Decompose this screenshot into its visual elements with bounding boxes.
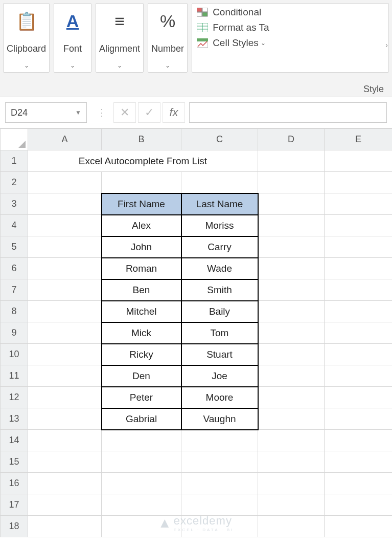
row-header[interactable]: 7	[1, 279, 28, 301]
table-row[interactable]: Carry	[181, 236, 258, 258]
table-row[interactable]: Moore	[181, 387, 258, 408]
row-header[interactable]: 4	[1, 215, 28, 236]
cell[interactable]	[258, 408, 325, 430]
table-row[interactable]: Smith	[181, 279, 258, 301]
col-header-A[interactable]: A	[28, 129, 102, 150]
cell[interactable]	[28, 215, 102, 236]
col-header-D[interactable]: D	[258, 129, 325, 150]
cell[interactable]	[28, 258, 102, 279]
cell[interactable]	[258, 150, 325, 172]
cell[interactable]	[325, 215, 393, 236]
table-row[interactable]: Ben	[102, 279, 181, 301]
cell[interactable]	[28, 516, 102, 537]
col-header-C[interactable]: C	[181, 129, 258, 150]
cell[interactable]	[258, 387, 325, 408]
cell[interactable]	[325, 279, 393, 301]
format-as-table-button[interactable]: Format as Ta	[196, 22, 384, 33]
table-row[interactable]: Peter	[102, 387, 181, 408]
row-header[interactable]: 2	[1, 172, 28, 193]
cell[interactable]	[258, 365, 325, 387]
row-header[interactable]: 5	[1, 236, 28, 258]
cell[interactable]	[325, 236, 393, 258]
cell[interactable]	[325, 344, 393, 365]
row-header[interactable]: 17	[1, 494, 28, 516]
table-row[interactable]: Den	[102, 365, 181, 387]
table-row[interactable]: Mitchel	[102, 301, 181, 322]
table-row[interactable]: Moriss	[181, 215, 258, 236]
cell[interactable]	[181, 451, 258, 473]
cell[interactable]	[102, 430, 181, 451]
table-row[interactable]: Wade	[181, 258, 258, 279]
table-header-last[interactable]: Last Name	[181, 193, 258, 215]
row-header[interactable]: 13	[1, 408, 28, 430]
cell[interactable]	[258, 215, 325, 236]
cell[interactable]	[325, 193, 393, 215]
cell[interactable]	[28, 430, 102, 451]
cell[interactable]	[102, 451, 181, 473]
cell[interactable]	[28, 387, 102, 408]
cell[interactable]	[28, 172, 102, 193]
table-row[interactable]: Ricky	[102, 344, 181, 365]
cell[interactable]	[28, 408, 102, 430]
cancel-button[interactable]: ✕	[113, 102, 136, 123]
ribbon-scroll-right-icon[interactable]: ›	[385, 41, 388, 49]
cell[interactable]	[102, 172, 181, 193]
table-header-first[interactable]: First Name	[102, 193, 181, 215]
table-row[interactable]: Vaughn	[181, 408, 258, 430]
cell[interactable]	[28, 301, 102, 322]
cell[interactable]	[258, 279, 325, 301]
table-row[interactable]: Tom	[181, 322, 258, 344]
ribbon-group-number[interactable]: % Number ⌄	[148, 3, 188, 73]
cell[interactable]	[181, 473, 258, 494]
cell[interactable]	[258, 236, 325, 258]
cell[interactable]	[28, 236, 102, 258]
cell[interactable]	[325, 322, 393, 344]
grid[interactable]: A B C D E 1 Excel Autocomplete From List…	[0, 128, 392, 537]
cell[interactable]	[325, 516, 393, 537]
row-header[interactable]: 9	[1, 322, 28, 344]
table-row[interactable]: Baily	[181, 301, 258, 322]
table-row[interactable]: Mick	[102, 322, 181, 344]
table-row[interactable]: Joe	[181, 365, 258, 387]
cell[interactable]	[258, 516, 325, 537]
table-row[interactable]: Gabrial	[102, 408, 181, 430]
cell[interactable]	[28, 473, 102, 494]
conditional-formatting-button[interactable]: Conditional	[196, 7, 384, 18]
col-header-B[interactable]: B	[102, 129, 181, 150]
cell[interactable]	[181, 516, 258, 537]
row-header[interactable]: 3	[1, 193, 28, 215]
cell[interactable]	[258, 258, 325, 279]
fx-button[interactable]: fx	[163, 102, 185, 123]
ribbon-group-alignment[interactable]: ≡ Alignment ⌄	[96, 3, 144, 73]
accept-button[interactable]: ✓	[138, 102, 160, 123]
table-row[interactable]: Alex	[102, 215, 181, 236]
row-header[interactable]: 6	[1, 258, 28, 279]
cell[interactable]	[102, 494, 181, 516]
cell[interactable]	[325, 150, 393, 172]
col-header-E[interactable]: E	[325, 129, 393, 150]
cell[interactable]	[325, 172, 393, 193]
cell[interactable]	[28, 451, 102, 473]
cell[interactable]	[325, 387, 393, 408]
name-box[interactable]: D24 ▼	[5, 102, 87, 123]
cell[interactable]	[325, 301, 393, 322]
ribbon-group-font[interactable]: A Font ⌄	[54, 3, 91, 73]
table-row[interactable]: Stuart	[181, 344, 258, 365]
row-header[interactable]: 12	[1, 387, 28, 408]
row-header[interactable]: 8	[1, 301, 28, 322]
row-header[interactable]: 14	[1, 430, 28, 451]
table-row[interactable]: Roman	[102, 258, 181, 279]
cell[interactable]	[258, 172, 325, 193]
cell-styles-button[interactable]: Cell Styles ⌄	[196, 37, 384, 49]
cell[interactable]	[258, 473, 325, 494]
formula-input[interactable]	[189, 102, 387, 123]
row-header[interactable]: 10	[1, 344, 28, 365]
cell[interactable]	[258, 193, 325, 215]
cell[interactable]	[181, 494, 258, 516]
cell[interactable]	[28, 279, 102, 301]
cell[interactable]	[258, 451, 325, 473]
cell[interactable]	[28, 344, 102, 365]
cell[interactable]	[325, 258, 393, 279]
cell[interactable]	[181, 172, 258, 193]
cell[interactable]	[28, 322, 102, 344]
